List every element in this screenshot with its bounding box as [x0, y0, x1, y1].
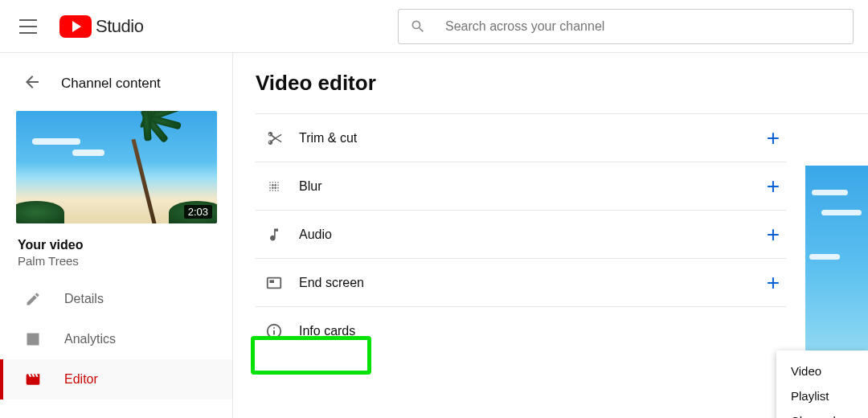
svg-point-12	[269, 190, 271, 191]
menu-item-channel[interactable]: Channel	[776, 408, 868, 418]
svg-point-0	[269, 182, 271, 183]
svg-point-13	[272, 190, 274, 191]
video-preview-strip	[805, 166, 868, 350]
sidebar-item-label: Analytics	[64, 332, 116, 346]
info-icon	[260, 322, 288, 340]
page-title: Video editor	[256, 71, 868, 96]
main-panel: Video editor Trim & cut + Blur +	[233, 53, 868, 418]
plus-icon[interactable]: +	[767, 175, 781, 198]
svg-point-5	[272, 184, 274, 186]
svg-point-9	[272, 186, 274, 189]
svg-point-2	[275, 182, 276, 183]
row-blur[interactable]: Blur +	[256, 162, 786, 211]
sidebar-item-label: Editor	[64, 372, 98, 387]
youtube-play-icon	[59, 15, 92, 38]
search-input[interactable]	[444, 18, 841, 35]
back-arrow-icon[interactable]	[23, 72, 42, 95]
music-note-icon	[260, 227, 288, 243]
svg-point-4	[269, 184, 271, 186]
your-video-label: Your video	[18, 238, 232, 252]
search-icon	[410, 18, 426, 35]
row-label: Audio	[299, 227, 767, 242]
scissors-icon	[260, 129, 288, 147]
duration-badge: 2:03	[184, 205, 212, 219]
video-title: Palm Trees	[18, 254, 232, 268]
row-trim[interactable]: Trim & cut +	[256, 114, 786, 162]
plus-icon[interactable]: +	[767, 223, 781, 246]
info-cards-menu: Video Playlist Channel Link	[776, 350, 868, 418]
svg-point-15	[277, 190, 279, 191]
svg-point-14	[275, 190, 276, 191]
svg-point-6	[274, 184, 276, 186]
svg-point-20	[273, 327, 275, 329]
analytics-icon	[24, 330, 42, 348]
sidebar-item-editor[interactable]: Editor	[0, 359, 232, 400]
svg-point-11	[277, 186, 279, 188]
row-label: Trim & cut	[299, 131, 767, 145]
svg-point-8	[269, 186, 271, 188]
svg-point-3	[277, 182, 279, 183]
svg-point-7	[277, 184, 279, 186]
back-row[interactable]: Channel content	[0, 68, 232, 108]
sidebar-item-details[interactable]: Details	[0, 279, 232, 319]
plus-icon[interactable]: +	[767, 127, 781, 150]
svg-point-1	[272, 182, 274, 183]
menu-item-playlist[interactable]: Playlist	[776, 383, 868, 408]
editor-rows: Trim & cut + Blur + Audio +	[256, 113, 868, 355]
plus-icon[interactable]: +	[767, 272, 781, 294]
blur-icon	[260, 178, 288, 195]
svg-rect-17	[270, 280, 275, 283]
svg-point-10	[274, 186, 276, 189]
menu-item-video[interactable]: Video	[776, 359, 868, 383]
row-label: Info cards	[299, 324, 781, 338]
video-thumbnail[interactable]: 2:03	[16, 111, 217, 223]
end-screen-icon	[260, 274, 288, 292]
row-infocards[interactable]: Info cards	[256, 307, 786, 355]
sidebar-item-analytics[interactable]: Analytics	[0, 319, 232, 359]
sidebar: Channel content 2:03 Your video Palm Tre…	[0, 53, 233, 418]
row-audio[interactable]: Audio +	[256, 211, 786, 259]
back-label: Channel content	[61, 76, 161, 92]
search-box[interactable]	[398, 9, 854, 44]
studio-logo[interactable]: Studio	[59, 15, 143, 38]
row-label: End screen	[299, 276, 767, 290]
editor-clapper-icon	[24, 371, 42, 388]
row-label: Blur	[299, 179, 767, 194]
pencil-icon	[24, 290, 42, 308]
hamburger-menu-icon[interactable]	[19, 19, 37, 34]
row-endscreen[interactable]: End screen +	[256, 259, 786, 307]
logo-text: Studio	[96, 16, 143, 37]
sidebar-item-label: Details	[64, 292, 104, 306]
header: Studio	[0, 0, 868, 53]
